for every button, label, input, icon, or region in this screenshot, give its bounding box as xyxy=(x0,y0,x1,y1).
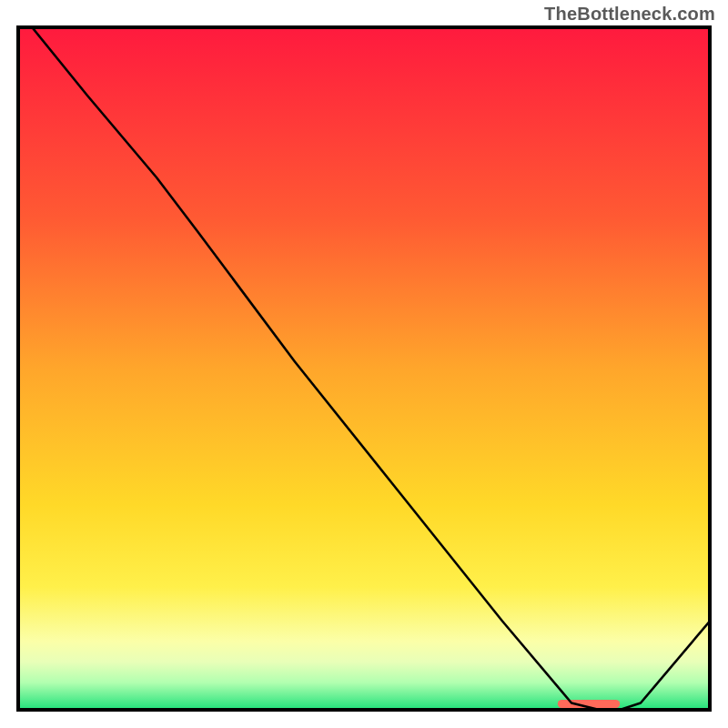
chart-container: TheBottleneck.com xyxy=(0,0,728,728)
gradient-background xyxy=(18,27,710,710)
bottleneck-chart xyxy=(0,0,728,728)
